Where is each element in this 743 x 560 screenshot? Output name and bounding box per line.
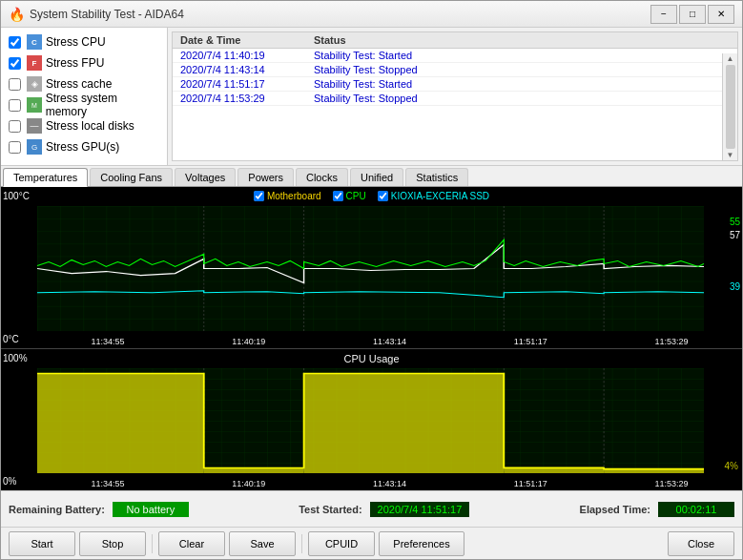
stress-gpu-label: Stress GPU(s) bbox=[46, 140, 119, 154]
stress-disk-option[interactable]: — Stress local disks bbox=[1, 115, 167, 136]
minimize-button[interactable]: − bbox=[650, 5, 677, 24]
temp-x-2: 11:40:19 bbox=[232, 337, 265, 346]
bottom-toolbar: Start Stop Clear Save CPUID Preferences … bbox=[1, 527, 742, 559]
log-time-2: 2020/7/4 11:43:14 bbox=[180, 64, 314, 75]
log-status-1: Stability Test: Started bbox=[314, 50, 730, 61]
charts-section: Motherboard CPU KIOXIA-EXCERIA SSD 100°C… bbox=[1, 187, 742, 490]
cpu-value-right: 4% bbox=[725, 461, 738, 471]
clear-button[interactable]: Clear bbox=[158, 531, 225, 556]
cpu-chart-svg bbox=[37, 368, 704, 473]
temp-x-axis: 11:34:55 11:40:19 11:43:14 11:51:17 11:5… bbox=[37, 337, 742, 346]
stress-disk-checkbox[interactable] bbox=[9, 120, 21, 133]
preferences-button[interactable]: Preferences bbox=[379, 531, 464, 556]
main-window: 🔥 System Stability Test - AIDA64 − □ ✕ C… bbox=[0, 0, 743, 560]
stress-cpu-label: Stress CPU bbox=[46, 35, 106, 49]
save-button[interactable]: Save bbox=[229, 531, 296, 556]
temp-value-39: 39 bbox=[730, 280, 740, 294]
legend-ssd: KIOXIA-EXCERIA SSD bbox=[378, 191, 489, 201]
elapsed-value: 00:02:11 bbox=[658, 502, 734, 517]
svg-marker-12 bbox=[37, 374, 204, 474]
stop-button[interactable]: Stop bbox=[79, 531, 146, 556]
temp-chart-svg bbox=[37, 206, 704, 331]
log-header: Date & Time Status bbox=[173, 32, 737, 49]
log-time-4: 2020/7/4 11:53:29 bbox=[180, 93, 314, 104]
log-status-2: Stability Test: Stopped bbox=[314, 64, 730, 75]
tab-voltages[interactable]: Voltages bbox=[175, 168, 236, 186]
log-row: 2020/7/4 11:40:19 Stability Test: Starte… bbox=[173, 49, 737, 63]
scroll-up-arrow[interactable]: ▲ bbox=[727, 54, 734, 63]
cpu-x-4: 11:51:17 bbox=[514, 479, 547, 488]
maximize-button[interactable]: □ bbox=[679, 5, 706, 24]
tab-unified[interactable]: Unified bbox=[350, 168, 403, 186]
separator-2 bbox=[301, 534, 302, 553]
legend-cpu-checkbox[interactable] bbox=[333, 191, 343, 201]
temp-x-1: 11:34:55 bbox=[91, 337, 124, 346]
cpu-y-axis: 100% 0% bbox=[1, 349, 37, 490]
legend-motherboard-checkbox[interactable] bbox=[254, 191, 264, 201]
tab-powers[interactable]: Powers bbox=[237, 168, 294, 186]
stress-memory-option[interactable]: M Stress system memory bbox=[1, 94, 167, 115]
temp-y-bottom: 0°C bbox=[3, 334, 35, 344]
log-scrollbar[interactable]: ▲ ▼ bbox=[722, 53, 737, 160]
log-status-4: Stability Test: Stopped bbox=[314, 93, 730, 104]
start-button[interactable]: Start bbox=[9, 531, 75, 556]
legend-ssd-label: KIOXIA-EXCERIA SSD bbox=[391, 191, 489, 201]
stress-cache-label: Stress cache bbox=[46, 77, 112, 91]
log-status-3: Stability Test: Started bbox=[314, 78, 730, 90]
stress-cpu-option[interactable]: C Stress CPU bbox=[1, 31, 167, 52]
tab-cooling-fans[interactable]: Cooling Fans bbox=[90, 168, 173, 186]
scroll-down-arrow[interactable]: ▼ bbox=[727, 151, 734, 159]
stress-fpu-checkbox[interactable] bbox=[9, 57, 21, 70]
stress-disk-label: Stress local disks bbox=[46, 119, 134, 133]
test-started-value: 2020/7/4 11:51:17 bbox=[370, 502, 470, 517]
close-button[interactable]: ✕ bbox=[708, 5, 734, 24]
stress-memory-checkbox[interactable] bbox=[9, 99, 21, 112]
temperature-chart: Motherboard CPU KIOXIA-EXCERIA SSD 100°C… bbox=[1, 187, 742, 349]
cpu-x-2: 11:40:19 bbox=[232, 479, 265, 488]
log-row: 2020/7/4 11:43:14 Stability Test: Stoppe… bbox=[173, 63, 737, 77]
tabs-bar: Temperatures Cooling Fans Voltages Power… bbox=[1, 166, 742, 187]
gpu-icon: G bbox=[27, 139, 42, 155]
test-started-label: Test Started: bbox=[299, 504, 361, 515]
window-controls: − □ ✕ bbox=[650, 5, 734, 24]
legend-ssd-checkbox[interactable] bbox=[378, 191, 388, 201]
stress-fpu-label: Stress FPU bbox=[46, 56, 104, 70]
battery-value: No battery bbox=[113, 502, 189, 517]
legend-motherboard-label: Motherboard bbox=[267, 191, 321, 201]
log-scroll-area[interactable]: 2020/7/4 11:40:19 Stability Test: Starte… bbox=[173, 49, 737, 156]
tab-clocks[interactable]: Clocks bbox=[296, 168, 348, 186]
close-app-button[interactable]: Close bbox=[668, 531, 734, 556]
temp-y-axis: 100°C 0°C bbox=[1, 187, 37, 348]
tab-temperatures[interactable]: Temperatures bbox=[3, 168, 88, 187]
tab-statistics[interactable]: Statistics bbox=[405, 168, 468, 186]
svg-marker-13 bbox=[204, 468, 304, 474]
temp-value-57: 57 bbox=[730, 229, 740, 242]
log-row: 2020/7/4 11:51:17 Stability Test: Starte… bbox=[173, 77, 737, 92]
legend-cpu-label: CPU bbox=[346, 191, 366, 201]
log-time-3: 2020/7/4 11:51:17 bbox=[180, 78, 314, 90]
stress-gpu-option[interactable]: G Stress GPU(s) bbox=[1, 136, 167, 157]
log-header-time: Date & Time bbox=[180, 34, 314, 46]
log-row: 2020/7/4 11:53:29 Stability Test: Stoppe… bbox=[173, 92, 737, 106]
cpu-y-bottom: 0% bbox=[3, 476, 35, 487]
stress-options-panel: C Stress CPU F Stress FPU ◈ Stress cache… bbox=[1, 28, 168, 165]
status-bar: Remaining Battery: No battery Test Start… bbox=[1, 490, 742, 527]
temp-value-55: 55 bbox=[730, 216, 740, 229]
cpu-x-3: 11:43:14 bbox=[373, 479, 406, 488]
cpu-chart-title: CPU Usage bbox=[1, 353, 742, 364]
legend-motherboard: Motherboard bbox=[254, 191, 321, 201]
temp-x-4: 11:51:17 bbox=[514, 337, 547, 346]
legend-cpu: CPU bbox=[333, 191, 366, 201]
window-title: System Stability Test - AIDA64 bbox=[30, 8, 650, 21]
elapsed-label: Elapsed Time: bbox=[580, 504, 650, 515]
svg-marker-14 bbox=[304, 374, 505, 474]
stress-cache-checkbox[interactable] bbox=[9, 78, 21, 91]
title-bar: 🔥 System Stability Test - AIDA64 − □ ✕ bbox=[1, 1, 742, 28]
upper-section: C Stress CPU F Stress FPU ◈ Stress cache… bbox=[1, 28, 742, 166]
cpuid-button[interactable]: CPUID bbox=[308, 531, 375, 556]
stress-gpu-checkbox[interactable] bbox=[9, 141, 21, 154]
log-header-status: Status bbox=[314, 34, 714, 46]
stress-cpu-checkbox[interactable] bbox=[9, 36, 21, 49]
temp-x-3: 11:43:14 bbox=[373, 337, 406, 346]
stress-fpu-option[interactable]: F Stress FPU bbox=[1, 52, 167, 73]
